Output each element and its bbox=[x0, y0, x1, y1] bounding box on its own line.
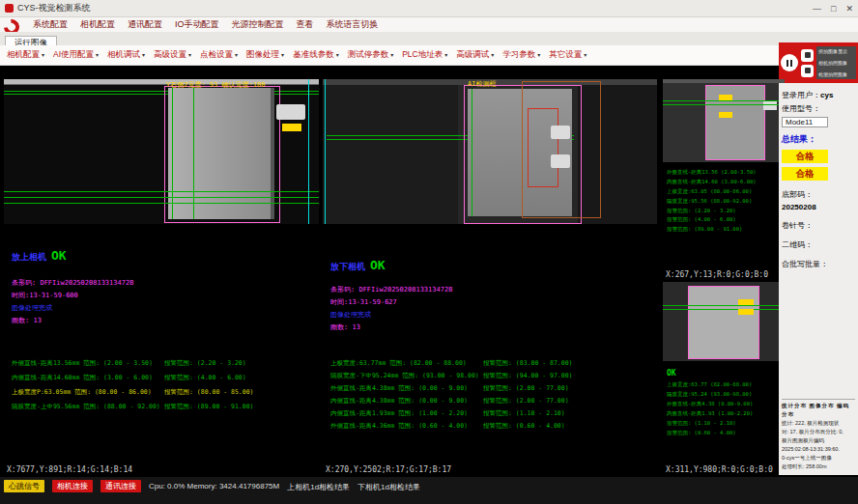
menu-comm-config[interactable]: 通讯配置 bbox=[128, 18, 162, 31]
preview-ok-line: OK bbox=[667, 367, 783, 380]
measurement-row: 内侧直线-距离14.60mm 范围: (3.00 - 6.00) 报警范围: (… bbox=[12, 371, 317, 385]
bottom-code-label: 底部码： bbox=[782, 189, 855, 200]
measure-line-overlay bbox=[4, 191, 319, 192]
measurement-text: 隔膜宽度-上中95.56mm 范围: (88.00 - 92.00) bbox=[12, 400, 164, 414]
measurement-row: 外侧直线-距离13.56mm 范围: (2.00 - 3.50) 报警范围: (… bbox=[12, 356, 317, 371]
tool-camera-config[interactable]: 相机配置 bbox=[7, 49, 44, 61]
process-status: 图像处理完成 bbox=[330, 310, 655, 320]
close-button[interactable]: ✕ bbox=[845, 4, 853, 14]
image-save-button[interactable] bbox=[801, 65, 814, 77]
upper-result-readout: 放上相机OK 条形码: DFFIiw2025020813313472B 时间:1… bbox=[12, 224, 317, 414]
cursor-line-overlay bbox=[308, 79, 309, 224]
batch-write-label: 合批写批量： bbox=[782, 259, 855, 269]
lower-camera-image[interactable]: AI检测框 bbox=[323, 79, 657, 224]
preview-line: 上极宽度:63.05 (80.00-86.00) bbox=[667, 187, 783, 197]
menu-camera-config[interactable]: 相机配置 bbox=[80, 18, 115, 31]
pixel-coords-readout: X:311,Y:980;R:0;G:0;B:0 bbox=[666, 465, 773, 474]
menu-system-config[interactable]: 系统配置 bbox=[33, 18, 68, 31]
preview-line: 报警范围: (89.00 - 91.00) bbox=[667, 225, 783, 235]
camera-capture-button[interactable] bbox=[801, 49, 814, 62]
preview-image-lower[interactable] bbox=[663, 282, 785, 361]
capture-mode-panel: 抓拍图像显示 相机拍照图像 检测拍照图像 bbox=[816, 46, 856, 79]
app-window: CYS-视觉检测系统 — □ ✕ 系统配置 相机配置 通讯配置 IO手动配置 光… bbox=[0, 0, 858, 504]
app-icon bbox=[5, 4, 14, 13]
menu-io-manual[interactable]: IO手动配置 bbox=[175, 18, 219, 31]
roll-number-label: 卷针号： bbox=[782, 220, 855, 231]
measurement-row: 外侧直线-距离4.38mm 范围: (0.00 - 9.00) 报警范围: (2… bbox=[330, 382, 655, 395]
lower-camera-panel: AI检测框 放下相机OK 条形码: DFFIiw2025020813313472… bbox=[323, 79, 657, 475]
ai-box-label: AI检测框 bbox=[468, 79, 496, 89]
barcode-text: 条形码: DFFIiw2025020813313472B bbox=[12, 278, 317, 288]
defect-box bbox=[528, 108, 558, 187]
pixel-coords-readout: X:267,Y:13;R:0;G:0;B:0 bbox=[666, 270, 768, 279]
measurement-text: 上极宽度P:63.05mm 范围: (80.00 - 86.00) bbox=[12, 385, 164, 400]
measurement-text: 上极宽度:63.77mm 范围: (82.00 - 88.00) bbox=[330, 357, 483, 370]
menu-light-control[interactable]: 光源控制配置 bbox=[232, 18, 284, 31]
count-text: 圈数: 13 bbox=[330, 322, 655, 332]
result-ok-badge: OK bbox=[370, 258, 386, 272]
highlight-region bbox=[551, 154, 570, 168]
tool-ai-config[interactable]: AI使用配置 bbox=[53, 49, 99, 61]
machine-structure bbox=[323, 85, 458, 224]
highlight-region bbox=[551, 126, 570, 139]
tool-test-params[interactable]: 测试停参数 bbox=[348, 49, 394, 61]
preview-line: 内侧直线-距离1.93 (1.00-2.20) bbox=[667, 409, 783, 419]
connector-part bbox=[276, 104, 305, 120]
preview-line: 外侧直线-距离13.56 (2.00-3.50) bbox=[667, 168, 783, 178]
result-ok-badge: OK bbox=[51, 248, 67, 263]
tool-learning-params[interactable]: 学习参数 bbox=[502, 49, 540, 61]
measurement-alarm: 报警范围: (89.00 - 91.00) bbox=[164, 400, 254, 414]
tool-advanced-settings[interactable]: 高级设置 bbox=[154, 49, 191, 61]
status-bar: 心跳信号 相机连接 通讯连接 Cpu: 0.0% Memory: 3424.41… bbox=[0, 477, 858, 504]
workpiece bbox=[168, 88, 274, 219]
tool-spot-check[interactable]: 点检设置 bbox=[200, 49, 238, 61]
minimize-button[interactable]: — bbox=[813, 4, 821, 14]
measurement-row: 上极宽度P:63.05mm 范围: (80.00 - 86.00) 报警范围: … bbox=[12, 385, 317, 400]
measure-line-overlay bbox=[663, 104, 785, 105]
menu-language-switch[interactable]: 系统语言切换 bbox=[327, 18, 379, 31]
measurement-row: 内侧直线-距离4.38mm 范围: (0.00 - 9.00) 报警范围: (2… bbox=[330, 395, 655, 407]
upper-result-box: 合格 bbox=[782, 150, 828, 163]
time-text: 时间:13-31-59-627 bbox=[330, 297, 655, 307]
title-bar: CYS-视觉检测系统 — □ ✕ bbox=[0, 0, 858, 17]
save-icon bbox=[805, 68, 811, 73]
measure-line-overlay bbox=[663, 305, 785, 306]
capture-mode-option[interactable]: 相机拍照图像 bbox=[818, 60, 854, 66]
stats-line: 2025:02:08-13:31:39:60. bbox=[782, 445, 855, 454]
preview-image-upper[interactable] bbox=[663, 79, 785, 162]
tool-other-settings[interactable]: 其它设置 bbox=[549, 49, 586, 61]
measurement-text: 外侧直线-距离4.38mm 范围: (0.00 - 9.00) bbox=[330, 382, 483, 395]
qr-code-label: 二维码： bbox=[782, 239, 855, 250]
lower-result-readout: 放下相机OK 条形码: DFFIiw2025020813313472B 时间:1… bbox=[330, 224, 655, 433]
lower-camera-result-label: 下相机1d相检结果 bbox=[358, 480, 420, 492]
maximize-button[interactable]: □ bbox=[831, 4, 836, 14]
menu-view[interactable]: 查看 bbox=[297, 18, 314, 31]
pause-button[interactable] bbox=[781, 54, 798, 71]
cpu-memory-readout: Cpu: 0.0% Memory: 3424.41796875M bbox=[149, 480, 279, 490]
measure-line-overlay bbox=[663, 309, 785, 310]
upper-camera-image[interactable]: Y右侧2宽度: 93 确认宽度:100 bbox=[4, 79, 319, 224]
time-text: 时间:13-31-59-600 bbox=[12, 291, 317, 300]
measure-line-overlay bbox=[663, 100, 785, 101]
tool-advanced-debug[interactable]: 高级调试 bbox=[456, 49, 494, 61]
stats-block: 统计分布 图像分布 编码分布 统计: 222, 极片检测现状 对: 17, 极片… bbox=[782, 399, 855, 472]
tool-baseline-params[interactable]: 基准线参数 bbox=[293, 49, 339, 61]
capture-mode-option[interactable]: 抓拍图像显示 bbox=[818, 48, 854, 54]
tool-image-processing[interactable]: 图像处理 bbox=[246, 49, 284, 61]
model-row: 使用型号： bbox=[782, 103, 855, 114]
measurement-row: 内侧直线-距离1.93mm 范围: (1.00 - 2.20) 报警范围: (1… bbox=[330, 407, 655, 420]
count-text: 圈数: 13 bbox=[12, 316, 317, 325]
tool-camera-debug[interactable]: 相机调试 bbox=[107, 49, 145, 61]
tool-plc-address[interactable]: PLC地址表 bbox=[402, 49, 447, 61]
edge-line-overlay bbox=[172, 88, 173, 219]
width-overlay-label: Y右侧2宽度: 93 确认宽度:100 bbox=[166, 80, 265, 90]
total-result-label: 总结果： bbox=[782, 133, 855, 146]
capture-mode-option[interactable]: 检测拍照图像 bbox=[818, 71, 854, 77]
pixel-coords-readout: X:7677,Y:891;R:14;G:14;B:14 bbox=[7, 465, 132, 474]
workpiece-edge bbox=[271, 88, 274, 219]
tab-strip: 运行图像 bbox=[0, 32, 858, 46]
result-title: 放上相机 bbox=[12, 252, 46, 262]
model-value-box: Mode11 bbox=[782, 117, 828, 127]
stats-line: 0-cys一号上线一图像 bbox=[782, 454, 855, 462]
lower-result-box: 合格 bbox=[782, 167, 828, 181]
